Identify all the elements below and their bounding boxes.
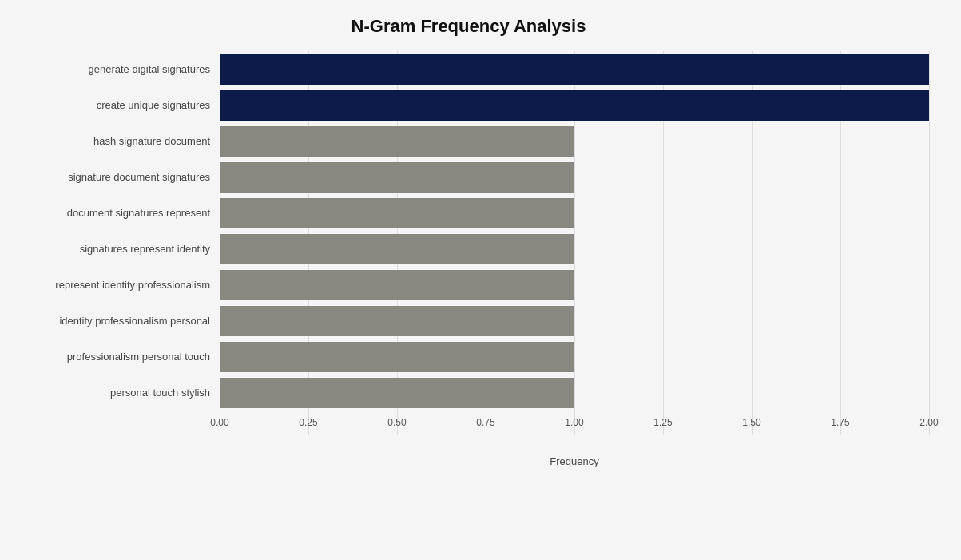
x-axis-tick-label: 1.75 xyxy=(831,417,849,428)
bar-track xyxy=(220,378,929,408)
bar-label: create unique signatures xyxy=(8,99,220,111)
bar-label: represent identity professionalism xyxy=(8,279,220,291)
bar-fill xyxy=(220,234,574,264)
bar-label: identity professionalism personal xyxy=(8,315,220,327)
bar-label: signature document signatures xyxy=(8,171,220,183)
bar-row: generate digital signatures xyxy=(8,51,929,87)
bar-fill xyxy=(220,162,574,193)
bar-label: hash signature document xyxy=(8,135,220,147)
x-axis-tick-label: 1.50 xyxy=(742,417,760,428)
x-axis-title: Frequency xyxy=(220,455,929,467)
bar-track xyxy=(220,90,929,121)
bar-track xyxy=(220,342,929,372)
bar-row: document signatures represent xyxy=(8,195,929,231)
bar-fill xyxy=(220,378,574,408)
bar-row: signatures represent identity xyxy=(8,231,929,267)
bar-fill xyxy=(220,342,574,372)
bars-section: generate digital signaturescreate unique… xyxy=(8,51,929,411)
bar-label: signatures represent identity xyxy=(8,243,220,255)
bar-row: personal touch stylish xyxy=(8,375,929,411)
x-axis-tick-label: 2.00 xyxy=(919,417,938,428)
bar-row: professionalism personal touch xyxy=(8,339,929,375)
chart-container: N-Gram Frequency Analysis generate digit… xyxy=(0,0,961,560)
bar-track xyxy=(220,198,929,228)
chart-area: generate digital signaturescreate unique… xyxy=(8,51,929,467)
bar-track xyxy=(220,162,929,193)
bar-track xyxy=(220,270,929,300)
x-axis-tick-label: 0.50 xyxy=(387,417,406,428)
bar-row: create unique signatures xyxy=(8,87,929,123)
bar-label: professionalism personal touch xyxy=(8,351,220,363)
bar-fill xyxy=(220,198,574,228)
bar-label: personal touch stylish xyxy=(8,387,220,399)
bar-row: signature document signatures xyxy=(8,159,929,195)
x-axis-tick-label: 1.00 xyxy=(565,417,583,428)
x-axis-tick-label: 0.75 xyxy=(476,417,494,428)
bar-row: hash signature document xyxy=(8,123,929,159)
chart-title: N-Gram Frequency Analysis xyxy=(8,16,929,37)
grid-line xyxy=(929,51,930,435)
bar-label: document signatures represent xyxy=(8,207,220,219)
bar-fill xyxy=(220,54,929,85)
bar-track xyxy=(220,234,929,264)
bar-track xyxy=(220,54,929,85)
x-axis: 0.000.250.500.751.001.251.501.752.00 xyxy=(220,417,929,433)
bar-fill xyxy=(220,306,574,336)
bar-fill xyxy=(220,270,574,300)
x-axis-tick-label: 0.00 xyxy=(210,417,228,428)
x-axis-tick-label: 0.25 xyxy=(299,417,317,428)
bar-fill xyxy=(220,126,574,157)
bar-row: represent identity professionalism xyxy=(8,267,929,303)
bar-row: identity professionalism personal xyxy=(8,303,929,339)
bar-fill xyxy=(220,90,929,121)
bar-track xyxy=(220,306,929,336)
bar-track xyxy=(220,126,929,157)
bar-label: generate digital signatures xyxy=(8,63,220,75)
x-axis-tick-label: 1.25 xyxy=(653,417,672,428)
